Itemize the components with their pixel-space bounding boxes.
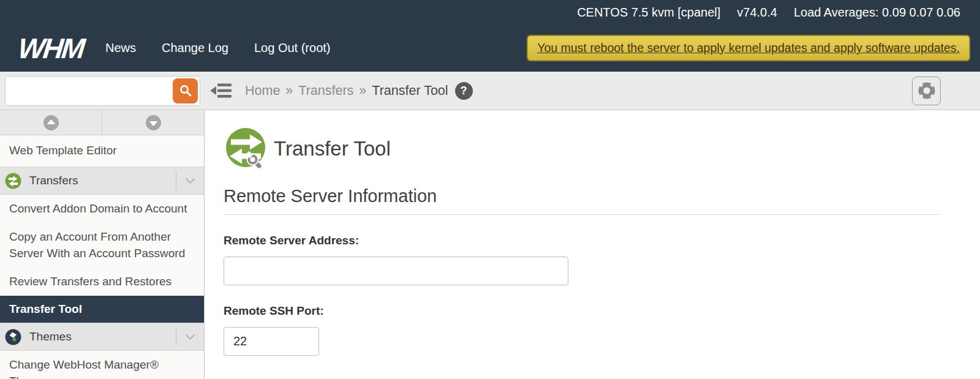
remote-server-address-label: Remote Server Address: bbox=[224, 234, 941, 247]
header-nav: News Change Log Log Out (root) bbox=[105, 41, 331, 55]
support-button[interactable] bbox=[912, 77, 941, 105]
life-ring-icon bbox=[917, 81, 937, 100]
sidebar-category-label: Themes bbox=[29, 330, 72, 343]
arrow-down-icon bbox=[145, 114, 162, 131]
help-icon[interactable]: ? bbox=[455, 82, 473, 100]
search-input[interactable] bbox=[5, 76, 200, 106]
scroll-down-button[interactable] bbox=[102, 110, 204, 135]
search-icon bbox=[179, 84, 192, 97]
collapse-sidebar-icon[interactable] bbox=[209, 82, 233, 99]
category-collapse-toggle[interactable] bbox=[176, 328, 204, 346]
category-collapse-toggle[interactable] bbox=[176, 171, 204, 190]
load-averages-text: Load Averages: 0.09 0.07 0.06 bbox=[794, 6, 960, 20]
nav-logout-link[interactable]: Log Out (root) bbox=[254, 41, 331, 55]
remote-ssh-port-label: Remote SSH Port: bbox=[224, 304, 941, 318]
whm-version-text: v74.0.4 bbox=[737, 6, 777, 20]
chevron-down-icon bbox=[185, 178, 195, 184]
remote-server-address-input[interactable] bbox=[224, 257, 568, 285]
sidebar-category-transfers[interactable]: Transfers bbox=[0, 167, 204, 195]
breadcrumb-transfers-link[interactable]: Transfers bbox=[298, 83, 353, 99]
sidebar-item-review-transfers[interactable]: Review Transfers and Restores bbox=[0, 268, 204, 296]
page-title: Transfer Tool bbox=[274, 137, 391, 160]
sidebar-item-copy-account[interactable]: Copy an Account From Another Server With… bbox=[0, 223, 204, 267]
breadcrumb-separator: » bbox=[359, 83, 366, 99]
themes-icon bbox=[5, 329, 21, 345]
sidebar-item-transfer-tool[interactable]: Transfer Tool bbox=[0, 296, 204, 323]
nav-news-link[interactable]: News bbox=[105, 41, 136, 55]
sidebar-category-themes[interactable]: Themes bbox=[0, 323, 204, 351]
breadcrumb-home-link[interactable]: Home bbox=[245, 83, 280, 99]
sidebar-item-web-template-editor[interactable]: Web Template Editor bbox=[0, 135, 204, 167]
arrow-up-icon bbox=[43, 114, 59, 131]
sidebar-search bbox=[5, 76, 200, 106]
remote-ssh-port-input[interactable] bbox=[224, 327, 319, 356]
search-button[interactable] bbox=[173, 78, 198, 103]
page-body: Web Template Editor Transfers Convert Ad… bbox=[0, 110, 980, 379]
transfer-tool-icon bbox=[224, 126, 269, 171]
header: WHM News Change Log Log Out (root) You m… bbox=[0, 24, 980, 72]
os-version-text: CENTOS 7.5 kvm [cpanel] bbox=[577, 6, 720, 20]
reboot-alert-banner[interactable]: You must reboot the server to apply kern… bbox=[527, 35, 970, 61]
main-content: Transfer Tool Remote Server Information … bbox=[205, 110, 980, 379]
chevron-down-icon bbox=[185, 334, 195, 340]
transfers-icon bbox=[5, 173, 21, 189]
whm-logo[interactable]: WHM bbox=[17, 32, 85, 65]
sidebar-scroll-controls bbox=[0, 110, 204, 135]
section-title: Remote Server Information bbox=[224, 186, 941, 215]
scroll-up-button[interactable] bbox=[0, 110, 102, 135]
sidebar-item-change-theme[interactable]: Change WebHost Manager® Theme bbox=[0, 351, 204, 379]
breadcrumb-bar: Home » Transfers » Transfer Tool ? bbox=[0, 72, 980, 110]
system-status-bar: CENTOS 7.5 kvm [cpanel] v74.0.4 Load Ave… bbox=[0, 0, 980, 24]
breadcrumb: Home » Transfers » Transfer Tool bbox=[245, 83, 448, 99]
page-title-row: Transfer Tool bbox=[224, 126, 941, 171]
sidebar-category-label: Transfers bbox=[29, 174, 78, 187]
breadcrumb-separator: » bbox=[285, 83, 293, 99]
sidebar: Web Template Editor Transfers Convert Ad… bbox=[0, 110, 205, 379]
breadcrumb-current: Transfer Tool bbox=[372, 83, 448, 99]
sidebar-item-convert-addon-domain[interactable]: Convert Addon Domain to Account bbox=[0, 195, 204, 223]
nav-changelog-link[interactable]: Change Log bbox=[162, 41, 228, 55]
